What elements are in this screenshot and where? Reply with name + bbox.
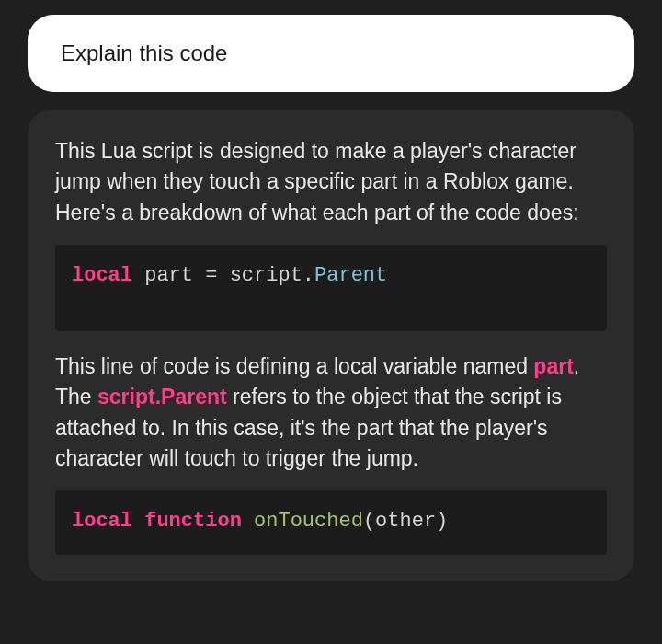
user-message-bubble: Explain this code bbox=[28, 15, 634, 92]
keyword-function: function bbox=[144, 510, 242, 533]
code-fn-name: onTouched bbox=[254, 510, 363, 533]
code-paren-close: ) bbox=[436, 510, 448, 533]
assistant-paragraph-2: This line of code is defining a local va… bbox=[55, 351, 607, 474]
code-block-1: local part = script.Parent bbox=[55, 245, 607, 331]
code-dot: . bbox=[302, 264, 314, 287]
keyword-local: local bbox=[72, 264, 132, 287]
inline-code-part: part bbox=[533, 354, 573, 378]
keyword-local-2: local bbox=[72, 510, 132, 533]
code-block-2: local function onTouched(other) bbox=[55, 490, 607, 555]
code-paren-open: ( bbox=[363, 510, 375, 533]
user-message-text: Explain this code bbox=[61, 40, 227, 65]
code-sp1 bbox=[132, 510, 144, 533]
assistant-message-bubble: This Lua script is designed to make a pl… bbox=[28, 110, 634, 581]
code-ident-script: script bbox=[230, 264, 302, 287]
code-sp2 bbox=[242, 510, 254, 533]
code-equals: = bbox=[205, 264, 229, 287]
para2-pre: This line of code is defining a local va… bbox=[55, 354, 533, 378]
code-prop-parent: Parent bbox=[314, 264, 387, 287]
inline-code-scriptparent: script.Parent bbox=[97, 385, 227, 408]
assistant-intro-paragraph: This Lua script is designed to make a pl… bbox=[55, 136, 607, 228]
code-arg-other: other bbox=[375, 510, 436, 533]
code-ident-part: part bbox=[132, 264, 205, 287]
